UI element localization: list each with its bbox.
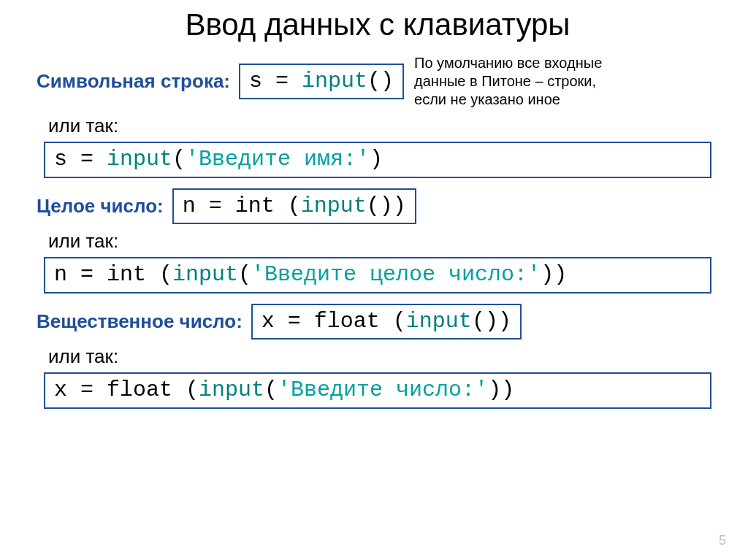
or-label-2: или так: <box>48 230 719 253</box>
int-row: Целое число: n = int (input()) <box>37 188 719 225</box>
side-note: По умолчанию все входные данные в Питоне… <box>414 54 619 109</box>
code-string-prompt: s = input('Введите имя:') <box>44 142 711 178</box>
page-number: 5 <box>719 533 726 548</box>
float-label: Вещественное число: <box>37 310 243 333</box>
code-string-basic: s = input() <box>239 64 404 100</box>
code-float-prompt: x = float (input('Введите число:')) <box>44 372 711 409</box>
or-label-1: или так: <box>48 115 719 137</box>
float-row: Вещественное число: x = float (input()) <box>37 304 719 340</box>
or-label-3: или так: <box>48 345 719 368</box>
code-int-basic: n = int (input()) <box>172 188 416 225</box>
code-float-basic: x = float (input()) <box>251 304 522 340</box>
slide-title: Ввод данных с клавиатуры <box>37 7 719 42</box>
code-int-prompt: n = int (input('Введите целое число:')) <box>44 257 711 294</box>
string-label: Символьная строка: <box>37 70 230 93</box>
string-row: Символьная строка: s = input() По умолча… <box>37 54 719 109</box>
int-label: Целое число: <box>37 195 164 218</box>
